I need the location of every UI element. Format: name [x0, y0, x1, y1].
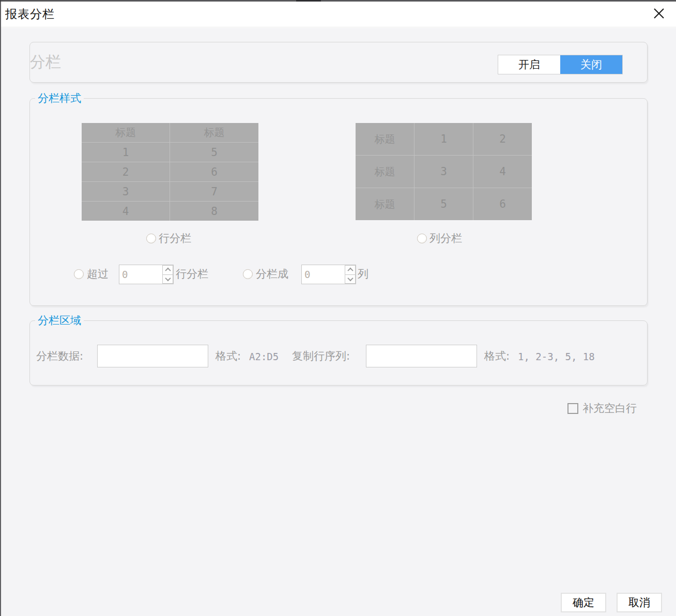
- preview-cell: 6: [473, 188, 532, 220]
- preview-cell: 5: [170, 143, 258, 162]
- over-rows-radio[interactable]: [74, 269, 84, 279]
- chevron-up-icon: [165, 268, 171, 273]
- toggle-on-button[interactable]: 开启: [498, 55, 560, 74]
- preview-header-cell: 标题: [356, 156, 414, 188]
- into-columns-prefix-label: 分栏成: [256, 268, 288, 281]
- spin-up-button[interactable]: [345, 265, 356, 275]
- into-columns-spinner: [301, 265, 356, 284]
- report-split-dialog: 报表分栏 分栏 开启 关闭 分栏样式 标题 标题 1 5 2 6 3 7 4 8…: [0, 0, 676, 616]
- preview-cell: 4: [473, 156, 532, 188]
- into-columns-suffix-label: 列: [358, 268, 368, 281]
- row-split-preview-table: 标题 标题 1 5 2 6 3 7 4 8: [82, 123, 258, 221]
- column-data-format-example: A2:D5: [249, 350, 279, 363]
- window-left-edge: [0, 0, 1, 616]
- preview-cell: 3: [82, 182, 170, 201]
- preview-cell: 2: [82, 162, 170, 181]
- column-data-format-label: 格式:: [216, 350, 241, 363]
- copy-row-sequence-label: 复制行序列:: [292, 350, 350, 363]
- close-button[interactable]: [650, 5, 668, 22]
- into-columns-radio[interactable]: [243, 269, 253, 279]
- spin-down-button[interactable]: [162, 275, 173, 284]
- chevron-down-icon: [347, 275, 353, 281]
- column-data-input[interactable]: [97, 345, 208, 367]
- fill-blank-rows-label: 补充空白行: [582, 402, 637, 415]
- preview-cell: 5: [414, 188, 473, 220]
- split-enable-toggle: 开启 关闭: [498, 55, 623, 74]
- preview-cell: 2: [473, 123, 532, 155]
- ok-button[interactable]: 确定: [561, 593, 606, 612]
- preview-header-cell: 标题: [356, 188, 414, 220]
- chevron-up-icon: [347, 268, 353, 273]
- row-split-radio-label: 行分栏: [159, 232, 191, 245]
- split-style-legend: 分栏样式: [35, 92, 84, 104]
- into-columns-input[interactable]: [302, 265, 345, 284]
- toggle-off-button[interactable]: 关闭: [560, 55, 622, 74]
- col-split-radio-label: 列分栏: [429, 232, 462, 245]
- split-area-legend: 分栏区域: [35, 314, 84, 327]
- chevron-down-icon: [165, 275, 171, 281]
- dialog-title: 报表分栏: [5, 6, 55, 22]
- over-rows-prefix-label: 超过: [87, 268, 109, 281]
- preview-cell: 8: [170, 202, 258, 221]
- over-rows-spin-buttons: [162, 265, 173, 284]
- preview-cell: 4: [82, 202, 170, 221]
- preview-cell: 6: [170, 162, 258, 181]
- dialog-titlebar: 报表分栏: [1, 2, 676, 27]
- preview-cell: 1: [82, 143, 170, 162]
- preview-cell: 1: [414, 123, 473, 155]
- preview-cell: 3: [414, 156, 473, 188]
- spin-up-button[interactable]: [162, 265, 173, 275]
- split-section-label: 分栏: [30, 53, 61, 71]
- column-data-label: 分栏数据:: [36, 350, 83, 363]
- cancel-button[interactable]: 取消: [617, 593, 662, 612]
- col-split-radio[interactable]: [417, 234, 427, 243]
- close-icon: [653, 7, 665, 20]
- copy-row-sequence-input[interactable]: [366, 345, 477, 367]
- over-rows-suffix-label: 行分栏: [176, 268, 208, 281]
- spin-down-button[interactable]: [345, 275, 356, 284]
- copy-format-label: 格式:: [484, 350, 510, 363]
- into-columns-spin-buttons: [345, 265, 356, 284]
- preview-header-cell: 标题: [356, 123, 414, 155]
- preview-header-cell: 标题: [170, 123, 258, 142]
- fill-blank-rows-checkbox[interactable]: [567, 403, 578, 414]
- col-split-preview-table: 标题 1 2 标题 3 4 标题 5 6: [356, 123, 532, 220]
- over-rows-spinner: [119, 265, 174, 284]
- preview-cell: 7: [170, 182, 258, 201]
- preview-header-cell: 标题: [82, 123, 170, 142]
- over-rows-input[interactable]: [119, 265, 162, 284]
- row-split-radio[interactable]: [146, 234, 156, 243]
- copy-format-example: 1, 2-3, 5, 18: [518, 350, 595, 363]
